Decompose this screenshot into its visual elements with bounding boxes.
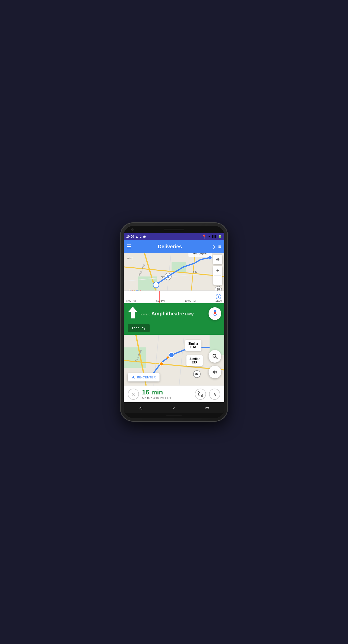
timeline-label-8pm: 8:00 PM — [126, 299, 136, 302]
eta-time-pdt: 3:16 PM PDT — [153, 396, 171, 400]
svg-text:85: 85 — [217, 288, 220, 290]
eta-distance: 5.5 mi — [142, 396, 150, 400]
eta-info: 16 min 5.5 mi • 3:16 PM PDT — [142, 388, 192, 400]
toward-label: toward Amphitheatre Pkwy — [140, 311, 206, 317]
sound-icon — [212, 369, 218, 375]
timeline-current-position — [159, 291, 160, 303]
timeline-labels: 8:00 PM 9:00 PM 10:00 PM 11:00 — [124, 299, 224, 302]
recenter-label: RE-CENTER — [137, 376, 156, 379]
svg-point-43 — [166, 356, 169, 359]
back-button[interactable]: ◁ — [139, 405, 142, 410]
similar-eta-badge-1: SimilarETA — [185, 340, 201, 351]
nav-arrow-icon: ▲ — [135, 235, 138, 238]
svg-point-42 — [160, 362, 163, 366]
timeline-label-10pm: 10:00 PM — [185, 299, 196, 302]
svg-marker-27 — [128, 307, 137, 318]
svg-text:82: 82 — [195, 373, 198, 376]
svg-rect-33 — [124, 347, 146, 368]
svg-text:Googleplex: Googleplex — [193, 253, 208, 255]
similar-eta-badge-2: SimilarETA — [186, 355, 203, 366]
recenter-button[interactable]: RE-CENTER — [128, 373, 160, 381]
then-indicator: Then — [124, 324, 224, 335]
svg-point-49 — [198, 392, 199, 393]
status-icons-right: 📍 ▼ ▌▌▌ 🔋 — [202, 234, 222, 239]
turn-left-icon — [141, 326, 146, 331]
timeline-badge: 1 — [216, 294, 221, 299]
svg-text:1: 1 — [155, 284, 157, 286]
mic-button[interactable] — [209, 307, 221, 320]
svg-text:G5: G5 — [161, 276, 164, 279]
timeline-strip: 8:00 PM 9:00 PM 10:00 PM 11:00 1 — [124, 290, 224, 303]
battery-icon: 🔋 — [218, 235, 222, 238]
street-suffix: Pkwy — [185, 312, 193, 316]
recents-button[interactable]: ▭ — [205, 405, 209, 410]
timeline-label-9pm: 9:00 PM — [155, 299, 165, 302]
sound-button[interactable] — [209, 366, 221, 378]
route-options-button[interactable] — [195, 389, 206, 400]
eta-details: 5.5 mi • 3:16 PM PDT — [142, 396, 192, 400]
app-title: Deliveries — [128, 244, 211, 250]
location-button[interactable]: ⊕ — [213, 255, 222, 264]
circle-icon: ◉ — [143, 235, 146, 238]
crosshair-icon: ⊕ — [216, 257, 220, 262]
phone-screen: 10:00 ▲ G ◉ 📍 ▼ ▌▌▌ 🔋 ☰ Deliveries ◇ ≡ — [124, 226, 224, 418]
speaker-grille — [164, 229, 184, 230]
map-top: 82 85 Googleplex G5 G6 nford Page Mill R… — [124, 253, 224, 290]
close-icon: ✕ — [131, 391, 136, 397]
status-time: 10:00 — [126, 235, 134, 238]
search-icon — [212, 353, 218, 359]
close-button[interactable]: ✕ — [128, 389, 139, 400]
search-button[interactable] — [209, 350, 221, 363]
navigation-header: toward Amphitheatre Pkwy — [124, 303, 224, 324]
eta-time: 16 min — [142, 388, 192, 396]
svg-text:G6: G6 — [193, 271, 197, 273]
phone-bottom-hardware — [124, 413, 224, 418]
toward-text: toward — [140, 312, 150, 316]
map-top-svg: 82 85 Googleplex G5 G6 nford Page Mill R… — [124, 253, 224, 290]
wifi-icon: ▼ — [208, 235, 211, 238]
directions-icon[interactable]: ◇ — [211, 243, 215, 250]
location-pin-icon: 📍 — [202, 234, 207, 239]
camera-dot — [131, 228, 134, 231]
phone-top-hardware — [124, 226, 224, 233]
zoom-controls: + − — [213, 266, 222, 285]
street-bold: Amphitheatre — [151, 311, 184, 316]
zoom-out-button[interactable]: − — [213, 275, 222, 285]
home-button[interactable]: ○ — [172, 405, 175, 410]
svg-marker-48 — [132, 376, 135, 379]
svg-point-50 — [201, 395, 203, 397]
up-arrow-icon — [128, 306, 138, 321]
app-header: ☰ Deliveries ◇ ≡ — [124, 240, 224, 253]
svg-line-46 — [216, 357, 217, 359]
nav-map: 82 Page Mill Rd SimilarETA SimilarETA — [124, 335, 224, 386]
signal-bars-icon: ▌▌▌ — [212, 235, 217, 238]
zoom-in-button[interactable]: + — [213, 266, 222, 275]
status-bar: 10:00 ▲ G ◉ 📍 ▼ ▌▌▌ 🔋 — [124, 233, 224, 240]
similar-eta-2-text: SimilarETA — [189, 357, 200, 364]
similar-eta-1-text: SimilarETA — [188, 342, 198, 349]
header-right-icons: ◇ ≡ — [211, 243, 221, 250]
eta-separator: • — [151, 396, 153, 400]
then-badge: Then — [128, 324, 150, 332]
system-nav: ◁ ○ ▭ — [124, 402, 224, 413]
nav-direction-text: toward Amphitheatre Pkwy — [140, 311, 206, 317]
svg-marker-47 — [213, 370, 215, 374]
timeline-label-11pm: 11:00 — [215, 299, 222, 302]
chevron-up-icon: ∧ — [213, 391, 216, 397]
list-view-icon[interactable]: ≡ — [218, 244, 221, 250]
status-left: 10:00 ▲ G ◉ — [126, 235, 146, 238]
bottom-bar: ✕ 16 min 5.5 mi • 3:16 PM PDT — [124, 386, 224, 402]
svg-text:nford: nford — [127, 257, 133, 260]
svg-point-41 — [169, 352, 174, 358]
then-label: Then — [131, 326, 139, 330]
bottom-speaker — [166, 415, 182, 416]
expand-button[interactable]: ∧ — [209, 389, 220, 400]
recenter-arrow-icon — [131, 375, 135, 379]
route-icon — [198, 391, 203, 397]
svg-rect-29 — [214, 312, 216, 314]
svg-point-14 — [208, 256, 212, 260]
google-g-icon: G — [140, 235, 142, 238]
phone-device: 10:00 ▲ G ◉ 📍 ▼ ▌▌▌ 🔋 ☰ Deliveries ◇ ≡ — [121, 223, 227, 421]
